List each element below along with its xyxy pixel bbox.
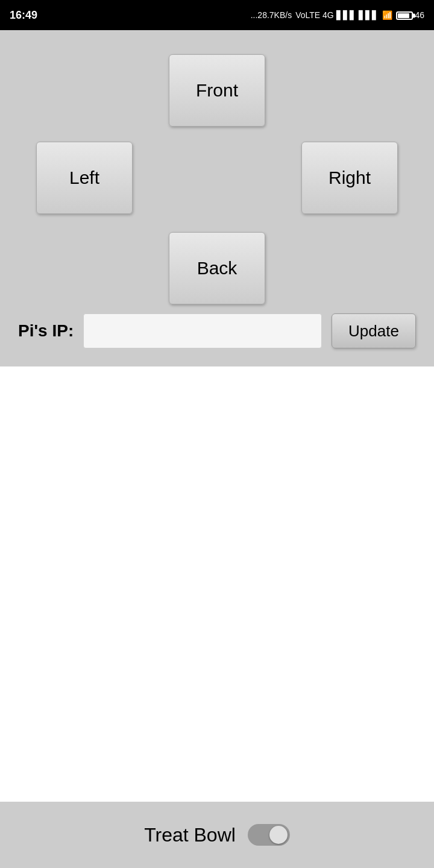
bottom-bar: Treat Bowl xyxy=(0,802,434,868)
battery-display: 46 xyxy=(396,10,424,20)
right-button[interactable]: Right xyxy=(301,142,398,214)
update-button[interactable]: Update xyxy=(332,313,416,348)
toggle-thumb xyxy=(269,826,288,844)
status-bar: 16:49 ...28.7KB/s VoLTE 4G ▋▋▋ ▋▋▋ 📶 46 xyxy=(0,0,434,30)
time-display: 16:49 xyxy=(10,9,37,22)
ip-input[interactable] xyxy=(83,313,322,348)
main-content: Front Left Right Back Pi's IP: Update xyxy=(0,30,434,802)
toggle-track xyxy=(248,824,290,846)
wifi-icon: 📶 xyxy=(382,10,392,20)
left-button[interactable]: Left xyxy=(36,142,133,214)
back-button[interactable]: Back xyxy=(169,232,265,304)
treat-bowl-label: Treat Bowl xyxy=(144,824,236,846)
content-area xyxy=(0,366,434,802)
ip-label: Pi's IP: xyxy=(18,321,74,341)
status-icons: ...28.7KB/s VoLTE 4G ▋▋▋ ▋▋▋ 📶 46 xyxy=(251,10,424,20)
control-panel: Front Left Right Back Pi's IP: Update xyxy=(0,30,434,366)
signal-icons: VoLTE 4G ▋▋▋ ▋▋▋ xyxy=(295,10,378,20)
direction-area: Front Left Right Back xyxy=(12,48,422,307)
ip-row: Pi's IP: Update xyxy=(12,307,422,348)
network-speed: ...28.7KB/s xyxy=(251,10,292,20)
front-button[interactable]: Front xyxy=(169,54,265,127)
treat-bowl-toggle[interactable] xyxy=(248,824,290,846)
